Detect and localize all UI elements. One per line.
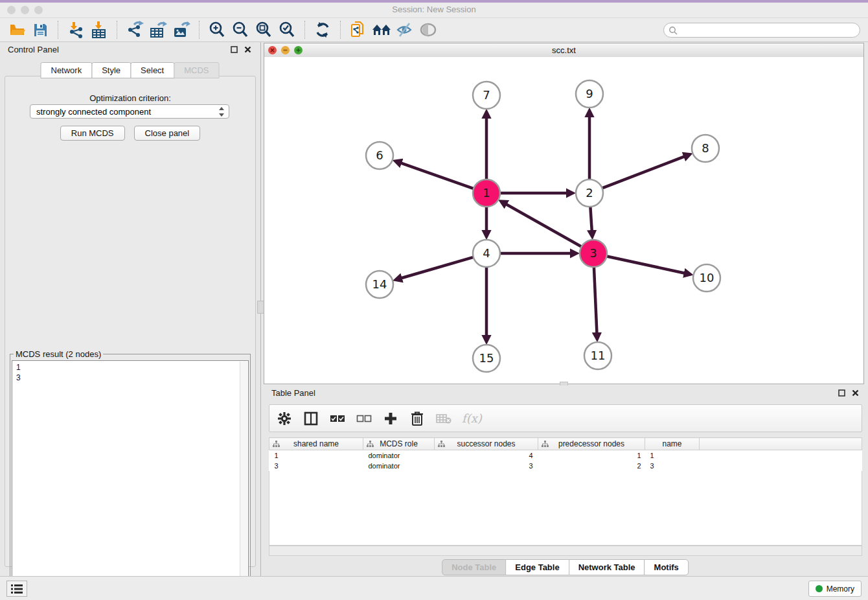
zoom-fit-button[interactable] — [253, 19, 274, 40]
folder-open-icon — [8, 21, 26, 39]
export-network-button[interactable] — [124, 19, 145, 40]
zoom-selected-icon — [278, 21, 296, 39]
control-panel-title: Control Panel — [8, 45, 59, 54]
select-all-button[interactable] — [329, 410, 346, 427]
zoom-out-button[interactable] — [230, 19, 251, 40]
function-builder-button-disabled[interactable]: f(x) — [462, 410, 482, 427]
tab-network-table[interactable]: Network Table — [569, 559, 645, 575]
tab-edge-table[interactable]: Edge Table — [505, 559, 569, 575]
tab-network[interactable]: Network — [40, 62, 92, 78]
tab-select[interactable]: Select — [130, 62, 174, 78]
cell-name[interactable]: 3 — [645, 461, 700, 471]
export-table-button[interactable] — [148, 19, 168, 40]
table-panel-title: Table Panel — [271, 388, 315, 398]
mcds-result-list[interactable]: 1 3 — [12, 360, 249, 597]
column-header-shared-name[interactable]: shared name — [269, 438, 363, 450]
criterion-value: strongly connected component — [36, 107, 151, 117]
export-network-icon — [126, 21, 144, 39]
status-bar: Memory — [0, 576, 868, 600]
graph-node-label: 2 — [586, 186, 593, 200]
table-row[interactable]: 3 dominator 3 2 3 — [269, 461, 862, 471]
tab-motifs[interactable]: Motifs — [645, 559, 689, 575]
import-network-button[interactable] — [65, 19, 86, 40]
cell-successor-nodes[interactable]: 3 — [435, 461, 538, 471]
cell-successor-nodes[interactable]: 4 — [435, 450, 538, 461]
node-table[interactable]: shared name MCDS role — [269, 437, 862, 471]
export-image-button[interactable] — [171, 19, 192, 40]
graph-edge-3-10[interactable] — [607, 256, 686, 273]
home-icon — [371, 21, 392, 38]
graph-edge-2-8[interactable] — [602, 156, 686, 189]
column-label: MCDS role — [380, 439, 418, 448]
zoom-selected-button[interactable] — [277, 19, 297, 40]
table-row[interactable]: 1 dominator 4 1 1 — [269, 450, 862, 461]
float-panel-icon[interactable] — [838, 389, 845, 397]
home-layout-button[interactable] — [371, 19, 392, 40]
show-columns-button[interactable] — [303, 410, 319, 427]
delete-table-icon — [436, 413, 451, 424]
table-toolbar: f(x) — [269, 404, 862, 432]
open-file-button[interactable] — [6, 19, 27, 40]
unselect-all-button[interactable] — [356, 410, 372, 427]
graph-node-label: 8 — [702, 141, 709, 155]
refresh-layout-button[interactable] — [312, 19, 333, 40]
table-horizontal-scrollbar[interactable] — [269, 546, 862, 556]
cell-name[interactable]: 1 — [645, 450, 700, 461]
delete-table-button-disabled[interactable] — [435, 410, 452, 427]
cell-predecessor-nodes[interactable]: 2 — [538, 461, 645, 471]
graph-edge-4-14[interactable] — [400, 257, 474, 279]
zoom-in-button[interactable] — [207, 19, 227, 40]
column-header-mcds-role[interactable]: MCDS role — [363, 438, 435, 450]
result-scrollbar[interactable] — [240, 362, 247, 595]
hierarchy-icon — [273, 441, 280, 448]
toolbar-separator — [340, 21, 341, 39]
memory-label: Memory — [827, 584, 854, 594]
cell-mcds-role[interactable]: dominator — [363, 461, 435, 471]
criterion-dropdown[interactable]: strongly connected component — [30, 104, 229, 119]
hide-annotations-button[interactable] — [394, 19, 415, 40]
graph-edge-2-3[interactable] — [590, 207, 592, 232]
graph-edge-3-1[interactable] — [505, 203, 582, 246]
import-table-button[interactable] — [89, 19, 109, 40]
close-panel-icon[interactable] — [244, 46, 251, 53]
table-options-button[interactable] — [276, 410, 293, 427]
network-window-titlebar[interactable]: scc.txt — [264, 43, 863, 58]
cell-shared-name[interactable]: 1 — [269, 450, 363, 461]
float-panel-icon[interactable] — [231, 46, 238, 53]
graph-edge-3-11[interactable] — [594, 267, 597, 334]
delete-column-button[interactable] — [409, 410, 426, 427]
cell-mcds-role[interactable]: dominator — [363, 450, 435, 461]
graph-node-label: 6 — [376, 148, 383, 162]
cell-predecessor-nodes[interactable]: 1 — [538, 450, 645, 461]
plus-icon — [383, 411, 398, 426]
import-table-icon — [90, 21, 108, 39]
show-graphics-details-button[interactable] — [418, 19, 439, 40]
application-window: Session: New Session — [0, 0, 868, 600]
save-session-button[interactable] — [30, 19, 51, 40]
clone-network-button[interactable] — [348, 19, 369, 40]
network-canvas[interactable]: 7968124314101511 — [264, 57, 863, 384]
tab-style[interactable]: Style — [91, 62, 131, 78]
run-mcds-button[interactable]: Run MCDS — [60, 126, 125, 141]
graph-node-label: 14 — [372, 277, 387, 291]
column-header-name[interactable]: name — [645, 438, 700, 450]
network-graph: 7968124314101511 — [264, 57, 863, 384]
tab-node-table[interactable]: Node Table — [442, 559, 506, 575]
graph-node-label: 11 — [591, 349, 606, 362]
memory-button[interactable]: Memory — [808, 581, 862, 597]
tab-mcds[interactable]: MCDS — [174, 62, 219, 78]
search-input[interactable] — [680, 25, 855, 36]
create-column-button[interactable] — [382, 410, 399, 427]
column-label: name — [662, 439, 681, 448]
search-field[interactable] — [663, 23, 860, 38]
hierarchy-icon — [542, 441, 549, 448]
graph-edge-1-6[interactable] — [400, 163, 474, 189]
unselect-all-icon — [356, 414, 372, 423]
cell-shared-name[interactable]: 3 — [269, 461, 363, 471]
close-panel-icon[interactable] — [852, 389, 859, 397]
graph-node-label: 9 — [586, 87, 593, 100]
column-header-successor-nodes[interactable]: successor nodes — [435, 438, 538, 450]
column-header-predecessor-nodes[interactable]: predecessor nodes — [538, 438, 645, 450]
task-history-button[interactable] — [6, 581, 27, 597]
close-panel-button[interactable]: Close panel — [134, 126, 201, 141]
